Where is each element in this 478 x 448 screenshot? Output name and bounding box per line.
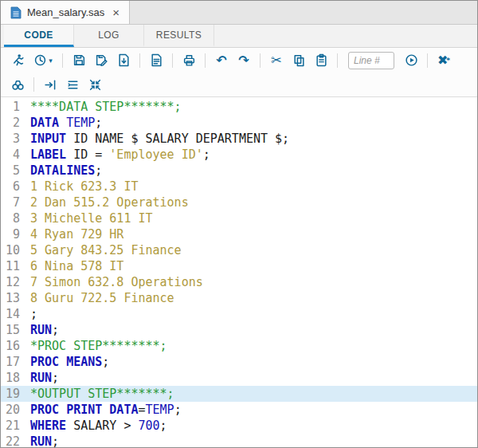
download-page-arrow-icon <box>117 53 131 67</box>
code-text: 3 Michelle 611 IT <box>25 210 153 226</box>
tab-results[interactable]: RESULTS <box>144 25 214 47</box>
go-circle-play-icon <box>405 53 418 67</box>
goto-line-input[interactable] <box>348 52 394 69</box>
download-button[interactable] <box>113 50 134 71</box>
code-line[interactable]: 18RUN; <box>1 370 477 386</box>
copy-icon <box>292 53 306 67</box>
code-text: PROC PRINT DATA=TEMP; <box>25 402 182 418</box>
code-line[interactable]: 17PROC MEANS; <box>1 354 477 370</box>
line-number: 7 <box>1 195 25 210</box>
code-text: INPUT ID NAME $ SALARY DEPARTMENT $; <box>25 131 289 147</box>
toolbar-divider <box>427 53 428 68</box>
line-number: 12 <box>1 274 25 290</box>
code-line[interactable]: 1****DATA STEP*******; <box>1 99 477 115</box>
collapse-arrows-icon <box>88 78 102 92</box>
format-lines-icon <box>66 78 80 92</box>
code-line[interactable]: 21WHERE SALARY > 700; <box>1 418 477 434</box>
line-number: 15 <box>1 322 25 338</box>
code-text: RUN; <box>25 434 59 447</box>
line-number: 11 <box>1 258 25 274</box>
code-text: 1 Rick 623.3 IT <box>25 179 138 195</box>
code-text: RUN; <box>25 370 59 386</box>
format-code-button[interactable] <box>62 74 83 95</box>
line-number: 13 <box>1 290 25 306</box>
code-line[interactable]: 2DATA TEMP; <box>1 115 477 131</box>
code-line[interactable]: 116 Nina 578 IT <box>1 258 477 274</box>
print-button[interactable] <box>178 50 199 71</box>
paste-button[interactable] <box>311 50 331 71</box>
toolbar-divider <box>33 77 34 92</box>
code-line[interactable]: 19*OUTPUT STEP*******; <box>1 386 477 402</box>
line-number: 4 <box>1 147 25 163</box>
minimize-view-button[interactable] <box>84 74 105 95</box>
toolbar-divider <box>205 53 206 68</box>
sas-program-icon <box>10 6 22 19</box>
line-number: 8 <box>1 210 25 226</box>
document-tab-title: Mean_salary.sas <box>27 6 104 18</box>
code-text: RUN; <box>25 322 59 338</box>
cut-button[interactable]: ✂ <box>266 50 287 71</box>
code-text: DATA TEMP; <box>25 115 102 131</box>
tab-log[interactable]: LOG <box>74 25 144 47</box>
code-line[interactable]: 22RUN; <box>1 434 477 447</box>
goto-line-button[interactable] <box>401 50 421 71</box>
code-line[interactable]: 14; <box>1 306 477 322</box>
code-line[interactable]: 94 Ryan 729 HR <box>1 226 477 242</box>
chevron-down-icon: ▾ <box>49 57 53 65</box>
indent-code-button[interactable] <box>40 74 61 95</box>
binoculars-icon <box>11 78 25 92</box>
code-line[interactable]: 83 Michelle 611 IT <box>1 210 477 226</box>
code-line[interactable]: 127 Simon 632.8 Operations <box>1 274 477 290</box>
code-text: *PROC STEP********; <box>25 338 167 354</box>
find-replace-button[interactable] <box>7 74 28 95</box>
program-summary-button[interactable] <box>146 50 167 71</box>
scissors-icon: ✂ <box>271 53 281 68</box>
undo-button[interactable]: ↶ <box>211 50 232 71</box>
paste-clipboard-icon <box>315 53 328 67</box>
document-tab-bar: Mean_salary.sas × <box>1 1 477 25</box>
submission-history-button[interactable]: ▾ <box>29 50 57 71</box>
save-floppy-icon <box>72 53 86 67</box>
code-line[interactable]: 138 Guru 722.5 Finance <box>1 290 477 306</box>
line-number: 10 <box>1 242 25 258</box>
line-number: 20 <box>1 402 25 418</box>
clear-code-button[interactable]: ✖* <box>433 50 454 71</box>
line-number: 2 <box>1 115 25 131</box>
code-line[interactable]: 15RUN; <box>1 322 477 338</box>
line-number: 9 <box>1 226 25 242</box>
code-line[interactable]: 72 Dan 515.2 Operations <box>1 195 477 210</box>
save-button[interactable] <box>69 50 89 71</box>
close-icon[interactable]: × <box>112 6 120 18</box>
redo-icon: ↷ <box>238 53 249 68</box>
line-number: 19 <box>1 386 25 402</box>
copy-button[interactable] <box>288 50 309 71</box>
save-as-button[interactable] <box>91 50 112 71</box>
toolbar-divider <box>172 53 173 68</box>
code-text: 7 Simon 632.8 Operations <box>25 274 203 290</box>
run-button[interactable] <box>7 50 28 71</box>
code-line[interactable]: 5DATALINES; <box>1 163 477 179</box>
redo-button[interactable]: ↷ <box>233 50 254 71</box>
code-line[interactable]: 61 Rick 623.3 IT <box>1 179 477 195</box>
toolbar-row-1: ▾ ↶ ↷ ✂ <box>1 48 477 73</box>
code-editor[interactable]: 1****DATA STEP*******;2DATA TEMP;3INPUT … <box>1 97 477 447</box>
code-text: ; <box>25 306 37 322</box>
document-tab[interactable]: Mean_salary.sas × <box>1 1 130 24</box>
line-number: 18 <box>1 370 25 386</box>
code-line[interactable]: 3INPUT ID NAME $ SALARY DEPARTMENT $; <box>1 131 477 147</box>
undo-icon: ↶ <box>216 53 226 68</box>
toolbar-divider <box>62 53 63 68</box>
code-line[interactable]: 105 Gary 843.25 Finance <box>1 242 477 258</box>
line-number: 3 <box>1 131 25 147</box>
code-text: DATALINES; <box>25 163 102 179</box>
line-number: 16 <box>1 338 25 354</box>
code-line[interactable]: 16*PROC STEP********; <box>1 338 477 354</box>
line-number: 6 <box>1 179 25 195</box>
line-number: 5 <box>1 163 25 179</box>
tab-code[interactable]: CODE <box>4 25 74 47</box>
code-line[interactable]: 4LABEL ID = 'Employee ID'; <box>1 147 477 163</box>
code-line[interactable]: 20PROC PRINT DATA=TEMP; <box>1 402 477 418</box>
toolbar-row-2 <box>1 73 477 97</box>
code-text: WHERE SALARY > 700; <box>25 418 167 434</box>
runner-icon <box>11 53 25 67</box>
